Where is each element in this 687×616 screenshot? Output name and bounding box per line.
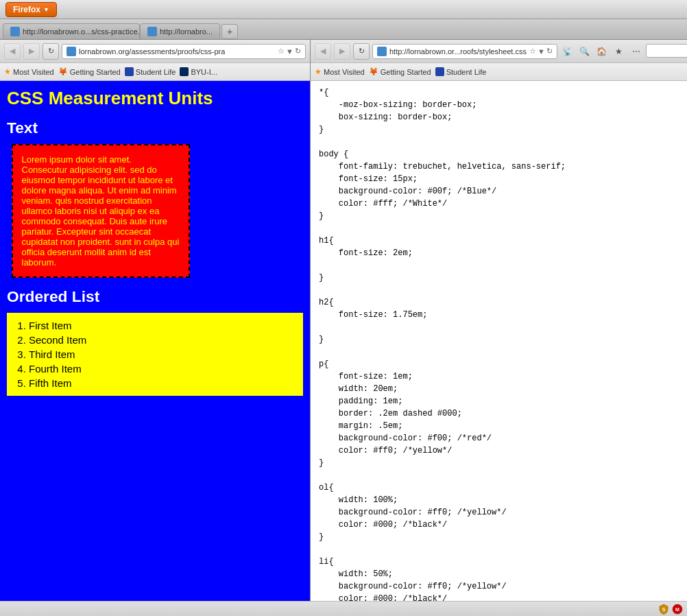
forward-button-right[interactable]: ▶ <box>334 43 350 60</box>
left-nav-bar: ◀ ▶ ↻ lornabrown.org/assessments/proofs/… <box>0 40 310 63</box>
bookmark-label-student-life-left: Student Life <box>136 68 176 76</box>
url-icons-right: ☆ ▼ ↻ <box>529 47 553 56</box>
url-icons-left: ☆ ▼ ↻ <box>278 47 301 56</box>
back-button-left[interactable]: ◀ <box>4 43 21 60</box>
tab-favicon-1 <box>10 27 20 36</box>
rss-icon[interactable]: 📡 <box>560 44 575 59</box>
right-bookmarks-bar: ★ Most Visited 🦊 Getting Started Student… <box>311 63 687 81</box>
left-pane: ◀ ▶ ↻ lornabrown.org/assessments/proofs/… <box>0 40 311 601</box>
star-icon-right: ★ <box>315 67 322 76</box>
byu-icon-left <box>180 67 189 76</box>
right-nav-icons: 📡 🔍 🏠 ★ ⋯ <box>560 44 687 59</box>
url-text-left: lornabrown.org/assessments/proofs/css-pr… <box>79 47 225 56</box>
left-page-content: CSS Measurement Units Text Lorem ipsum d… <box>0 81 310 601</box>
more-icon[interactable]: ⋯ <box>629 44 644 59</box>
bookmark-star-url-right[interactable]: ☆ <box>529 47 536 56</box>
right-nav-bar: ◀ ▶ ↻ http://lornabrown.or...roofs/style… <box>311 40 687 63</box>
list-item: Second Item <box>29 333 162 347</box>
bookmark-label-byu-left: BYU-I... <box>191 68 217 76</box>
bookmark-student-life-left[interactable]: Student Life <box>125 67 176 76</box>
refresh-url-right[interactable]: ↻ <box>546 47 553 56</box>
firefox-logo: Firefox <box>13 5 40 14</box>
bookmark-label-most-visited-right: Most Visited <box>324 68 365 76</box>
url-bar-right[interactable]: http://lornabrown.or...roofs/stylesheet.… <box>372 44 557 59</box>
tab-label-1: http://lornabrown.o...s/css-practice.php <box>23 27 140 36</box>
student-life-icon-right <box>435 67 444 76</box>
bookmark-label-getting-started-left: Getting Started <box>70 68 121 76</box>
page-h2-ordered: Ordered List <box>7 287 303 306</box>
left-bookmarks-bar: ★ Most Visited 🦊 Getting Started Student… <box>0 63 310 81</box>
refresh-url-left[interactable]: ↻ <box>295 47 301 56</box>
browser-area: ◀ ▶ ↻ lornabrown.org/assessments/proofs/… <box>0 40 687 601</box>
student-life-icon-left <box>125 67 134 76</box>
tab-stylesheet[interactable]: http://lornabro... <box>140 23 220 39</box>
svg-text:M: M <box>675 607 679 612</box>
tab-label-2: http://lornabro... <box>160 27 213 36</box>
reload-button-right[interactable]: ↻ <box>353 43 370 60</box>
titlebar: Firefox <box>0 0 687 19</box>
bookmark-getting-started-left[interactable]: 🦊 Getting Started <box>58 67 121 76</box>
shield-icon: S <box>658 604 669 615</box>
list-item: Fifth Item <box>29 376 162 390</box>
firefox-menu-button[interactable]: Firefox <box>5 2 57 17</box>
list-item: First Item <box>29 318 162 333</box>
url-favicon-left <box>67 47 76 56</box>
star-icon-left: ★ <box>4 67 11 76</box>
ordered-list-container: First Item Second Item Third Item Fourth… <box>7 313 303 396</box>
tab-css-practice[interactable]: http://lornabrown.o...s/css-practice.php… <box>3 23 140 39</box>
dropdown-url-left[interactable]: ▼ <box>286 47 293 56</box>
search-icon-right[interactable]: 🔍 <box>577 44 592 59</box>
url-favicon-right <box>377 47 387 56</box>
css-code-pre: *{ -moz-box-sizing: border-box; box-sizi… <box>319 86 687 601</box>
back-button-right[interactable]: ◀ <box>315 43 331 60</box>
bookmark-star-url-left[interactable]: ☆ <box>278 47 285 56</box>
page-h1: CSS Measurement Units <box>7 88 303 109</box>
bookmark-most-visited-right[interactable]: ★ Most Visited <box>315 67 365 76</box>
url-bar-left[interactable]: lornabrown.org/assessments/proofs/css-pr… <box>62 44 306 59</box>
status-icons: S M <box>658 604 683 615</box>
bookmark-byu-left[interactable]: BYU-I... <box>180 67 217 76</box>
bookmark-getting-started-right[interactable]: 🦊 Getting Started <box>369 67 431 76</box>
bookmark-label-student-life-right: Student Life <box>446 68 487 76</box>
ordered-list: First Item Second Item Third Item Fourth… <box>29 318 295 390</box>
firefox-icon-right: 🦊 <box>369 67 378 76</box>
css-code-content: *{ -moz-box-sizing: border-box; box-sizi… <box>311 81 687 601</box>
bookmark-student-life-right[interactable]: Student Life <box>435 67 487 76</box>
antivirus-icon: M <box>672 604 683 615</box>
reload-button-left[interactable]: ↻ <box>43 43 59 60</box>
list-item: Fourth Item <box>29 362 162 376</box>
right-pane: ◀ ▶ ↻ http://lornabrown.or...roofs/style… <box>311 40 687 601</box>
page-h2-text: Text <box>7 119 303 137</box>
status-bar: S M <box>0 601 687 616</box>
svg-text:S: S <box>662 607 666 612</box>
forward-button-left[interactable]: ▶ <box>23 43 40 60</box>
search-field-right[interactable] <box>646 44 687 58</box>
bookmark-icon[interactable]: ★ <box>612 44 627 59</box>
bookmark-label-getting-started-right: Getting Started <box>381 68 431 76</box>
tab-favicon-2 <box>147 27 157 36</box>
bookmark-most-visited-left[interactable]: ★ Most Visited <box>4 67 54 76</box>
list-item: Third Item <box>29 347 162 362</box>
url-text-right: http://lornabrown.or...roofs/stylesheet.… <box>389 47 527 56</box>
dropdown-url-right[interactable]: ▼ <box>538 47 545 56</box>
tabs-row: http://lornabrown.o...s/css-practice.php… <box>0 19 687 40</box>
new-tab-button[interactable]: + <box>221 24 238 39</box>
home-icon[interactable]: 🏠 <box>594 44 610 59</box>
bookmark-label-most-visited-left: Most Visited <box>13 68 54 76</box>
lorem-ipsum-paragraph: Lorem ipsum dolor sit amet. Consecutur a… <box>12 144 190 278</box>
firefox-icon-left: 🦊 <box>58 67 68 76</box>
